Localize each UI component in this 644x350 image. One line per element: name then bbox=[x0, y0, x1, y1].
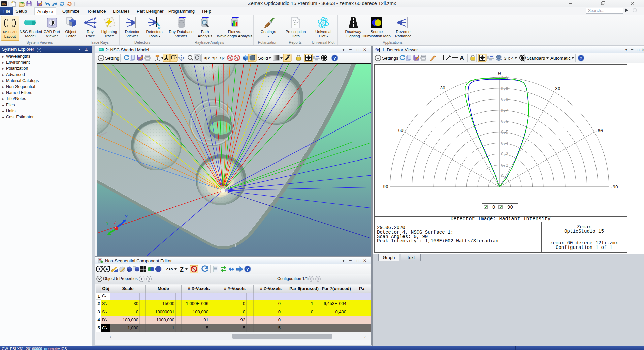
svg-text:A: A bbox=[105, 267, 108, 271]
svg-text:OpticStudio 15: OpticStudio 15 bbox=[564, 229, 604, 234]
svg-text:Settings: Settings bbox=[105, 56, 122, 61]
svg-text:-30: -30 bbox=[552, 86, 560, 91]
svg-text:Y|Z: Y|Z bbox=[212, 56, 218, 60]
svg-text:X: X bbox=[125, 215, 128, 220]
svg-text:Detector Image: Radiant Intens: Detector Image: Radiant Intensity bbox=[450, 216, 550, 222]
svg-text:?: ? bbox=[246, 267, 249, 272]
svg-text:0,3: 0,3 bbox=[501, 152, 508, 157]
svg-text:Z: Z bbox=[180, 266, 184, 273]
svg-text:A: A bbox=[460, 55, 464, 61]
svg-text:90: 90 bbox=[507, 205, 513, 210]
svg-text:Automatic: Automatic bbox=[550, 56, 571, 61]
svg-text:0,7: 0,7 bbox=[501, 109, 508, 113]
svg-text:0,2: 0,2 bbox=[501, 163, 508, 168]
svg-text:-90: -90 bbox=[610, 185, 618, 190]
svg-text:0,4: 0,4 bbox=[501, 141, 508, 146]
svg-text:X|Z: X|Z bbox=[219, 56, 225, 60]
svg-text:3 x 4: 3 x 4 bbox=[504, 56, 514, 61]
svg-text:30: 30 bbox=[440, 86, 445, 91]
svg-text:1: 1 bbox=[98, 267, 100, 271]
svg-text:0: 0 bbox=[498, 71, 501, 76]
svg-text:-60: -60 bbox=[595, 128, 603, 134]
svg-text:ZOS: ZOS bbox=[2, 3, 7, 5]
svg-text:Configuration 1 of 1: Configuration 1 of 1 bbox=[556, 245, 612, 250]
svg-text:Standard: Standard bbox=[527, 56, 545, 61]
svg-text:0: 0 bbox=[492, 205, 495, 210]
svg-text:?: ? bbox=[333, 56, 336, 61]
svg-text:Z: Z bbox=[114, 220, 116, 225]
svg-text:?: ? bbox=[580, 56, 582, 61]
svg-text:60: 60 bbox=[398, 128, 404, 133]
svg-text:Solid: Solid bbox=[258, 56, 268, 61]
svg-text:90: 90 bbox=[383, 184, 388, 189]
svg-text:0,8: 0,8 bbox=[501, 97, 508, 102]
svg-text:Y: Y bbox=[106, 221, 109, 226]
svg-text:0,5: 0,5 bbox=[501, 130, 508, 135]
svg-text:0,9: 0,9 bbox=[501, 87, 508, 91]
svg-text:X|Y: X|Y bbox=[204, 56, 210, 60]
svg-text:Peak Intensity : 1,168E+002 W: Peak Intensity : 1,168E+002 Watts/Sterad… bbox=[377, 238, 498, 244]
svg-text:0,6: 0,6 bbox=[501, 119, 508, 124]
svg-text:CAD: CAD bbox=[166, 268, 173, 271]
svg-text:Settings: Settings bbox=[382, 56, 398, 61]
